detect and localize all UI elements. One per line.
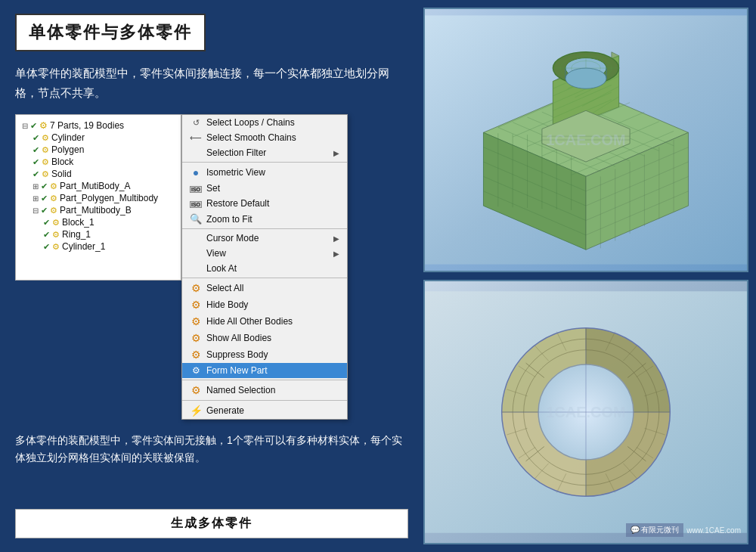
tree-item[interactable]: ⊞ ✔ ⚙ Part_Polygen_Multibody	[22, 192, 175, 204]
ctx-restore-default[interactable]: ISO Restore Default	[182, 196, 347, 211]
expand-icon: ⊟	[22, 122, 28, 130]
selectall-icon: ⚙	[190, 282, 202, 294]
check-icon: ✔	[43, 230, 50, 240]
hide-icon: ⚙	[190, 299, 202, 311]
page-title: 单体零件与多体零件	[29, 23, 192, 42]
ctx-form-new-part[interactable]: ⚙ Form New Part	[182, 363, 347, 378]
generate-icon: ⚡	[190, 405, 202, 417]
body-icon: ⚙	[42, 133, 49, 143]
tree-item[interactable]: ✔ ⚙ Block	[22, 156, 175, 168]
zoom-icon: 🔍	[190, 213, 202, 225]
ctx-view[interactable]: View ▶	[182, 246, 347, 261]
body-icon: ⚙	[50, 194, 57, 203]
ctx-selection-filter[interactable]: Selection Filter ▶	[182, 145, 347, 160]
parts-icon: ⚙	[39, 120, 48, 131]
ctx-zoom-to-fit[interactable]: 🔍 Zoom to Fit	[182, 211, 347, 227]
description-top: 单体零件的装配模型中，零件实体间接触连接，每一个实体都独立地划分网格，节点不共享…	[15, 60, 408, 105]
check-icon: ✔	[33, 133, 39, 143]
tree-item[interactable]: ⊞ ✔ ⚙ Part_MutiBody_A	[22, 180, 175, 192]
ctx-named-selection[interactable]: ⚙ Named Selection	[182, 382, 347, 398]
left-panel: 单体零件与多体零件 单体零件的装配模型中，零件实体间接触连接，每一个实体都独立地…	[0, 0, 423, 552]
arrow-icon: ▶	[333, 149, 339, 157]
check-icon: ✔	[43, 218, 50, 228]
tree-item[interactable]: ✔ ⚙ Cylinder_1	[22, 240, 175, 253]
description-bottom: 多体零件的装配模型中，零件实体间无接触，1个零件可以有多种材料实体，每个实体独立…	[15, 429, 408, 500]
right-panel: 1CAE.COM	[423, 0, 756, 552]
corner-brand: 有限元微刊	[641, 526, 679, 534]
ctx-label: Zoom to Fit	[206, 214, 253, 225]
ctx-hide-all-other[interactable]: ⚙ Hide All Other Bodies	[182, 313, 347, 330]
body-icon: ⚙	[52, 218, 60, 228]
ctx-label: Restore Default	[206, 198, 269, 209]
body-icon: ⚙	[50, 206, 57, 216]
check-icon: ✔	[41, 194, 48, 203]
arrow-icon: ▶	[333, 250, 339, 258]
ctx-hide-body[interactable]: ⚙ Hide Body	[182, 296, 347, 313]
tree-item[interactable]: ✔ ⚙ Polygen	[22, 144, 175, 156]
ctx-isometric-view[interactable]: ● Isometric View	[182, 164, 347, 181]
corner-url: www.1CAE.com	[686, 526, 741, 535]
separator	[182, 228, 347, 229]
ctx-generate[interactable]: ⚡ Generate	[182, 402, 347, 419]
body-icon: ⚙	[52, 230, 60, 240]
separator	[182, 278, 347, 278]
model-bottom-svg	[425, 281, 747, 543]
ctx-look-at[interactable]: Look At	[182, 261, 347, 276]
tree-item[interactable]: ⊟ ✔ ⚙ Part_Multibody_B	[22, 204, 175, 216]
body-icon: ⚙	[42, 169, 49, 179]
check-icon: ✔	[33, 157, 39, 167]
tree-label: Cylinder_1	[62, 241, 105, 252]
restore-icon: ISO	[190, 199, 202, 208]
ctx-select-loops[interactable]: ↺ Select Loops / Chains	[182, 115, 347, 130]
showall-icon: ⚙	[190, 332, 202, 344]
ctx-label: Select All	[206, 283, 243, 293]
tree-label: Cylinder	[51, 132, 85, 143]
ctx-label: Generate	[206, 405, 244, 416]
ctx-show-all[interactable]: ⚙ Show All Bodies	[182, 330, 347, 346]
wechat-icon: 💬 有限元微刊	[626, 523, 684, 537]
expand-icon: ⊞	[33, 182, 39, 191]
expand-icon: ⊟	[33, 206, 39, 215]
tree-root-label: 7 Parts, 19 Bodies	[50, 120, 124, 131]
ctx-label: Form New Part	[206, 365, 268, 376]
ctx-label: View	[206, 248, 226, 259]
check-icon: ✔	[43, 242, 50, 252]
separator	[182, 162, 347, 163]
ctx-set[interactable]: ISO Set	[182, 181, 347, 196]
tree-item[interactable]: ✔ ⚙ Ring_1	[22, 228, 175, 240]
ctx-label: Select Loops / Chains	[206, 117, 295, 128]
check-icon: ✔	[41, 181, 48, 191]
ctx-label: Selection Filter	[206, 147, 266, 158]
form-icon: ⚙	[190, 365, 202, 376]
ctx-select-all[interactable]: ⚙ Select All	[182, 280, 347, 296]
ctx-label: Set	[206, 183, 220, 194]
model-top-svg	[425, 9, 747, 271]
suppress-icon: ⚙	[190, 349, 202, 361]
ctx-suppress-body[interactable]: ⚙ Suppress Body	[182, 346, 347, 363]
render-top: 1CAE.COM	[423, 8, 748, 272]
loop-icon: ↺	[190, 118, 202, 128]
ctx-label: Hide All Other Bodies	[206, 316, 293, 327]
body-icon: ⚙	[42, 157, 49, 167]
hideall-icon: ⚙	[190, 315, 202, 327]
expand-icon: ⊞	[33, 194, 39, 203]
separator	[182, 400, 347, 401]
body-icon: ⚙	[50, 181, 57, 191]
tree-panel: ⊟ ✔ ⚙ 7 Parts, 19 Bodies ✔ ⚙ Cylinder ✔ …	[15, 114, 181, 281]
tree-label: Solid	[51, 169, 72, 179]
tree-item[interactable]: ✔ ⚙ Solid	[22, 168, 175, 180]
ctx-label: Hide Body	[206, 299, 248, 310]
tree-item[interactable]: ✔ ⚙ Block_1	[22, 216, 175, 228]
tree-label: Part_Multibody_B	[60, 205, 132, 216]
check-icon: ✔	[33, 145, 39, 155]
render-bottom: 💬 有限元微刊 www.1CAE.com 1CAE.COM	[423, 280, 748, 544]
tree-item[interactable]: ✔ ⚙ Cylinder	[22, 132, 175, 144]
ctx-label: Look At	[206, 263, 237, 274]
ctx-label: Isometric View	[206, 167, 265, 178]
tree-root[interactable]: ⊟ ✔ ⚙ 7 Parts, 19 Bodies	[22, 119, 175, 132]
ctx-select-smooth[interactable]: ⟵ Select Smooth Chains	[182, 130, 347, 145]
tree-context-row: ⊟ ✔ ⚙ 7 Parts, 19 Bodies ✔ ⚙ Cylinder ✔ …	[15, 114, 408, 420]
tree-label: Ring_1	[62, 229, 91, 240]
separator	[182, 380, 347, 380]
ctx-cursor-mode[interactable]: Cursor Mode ▶	[182, 231, 347, 246]
